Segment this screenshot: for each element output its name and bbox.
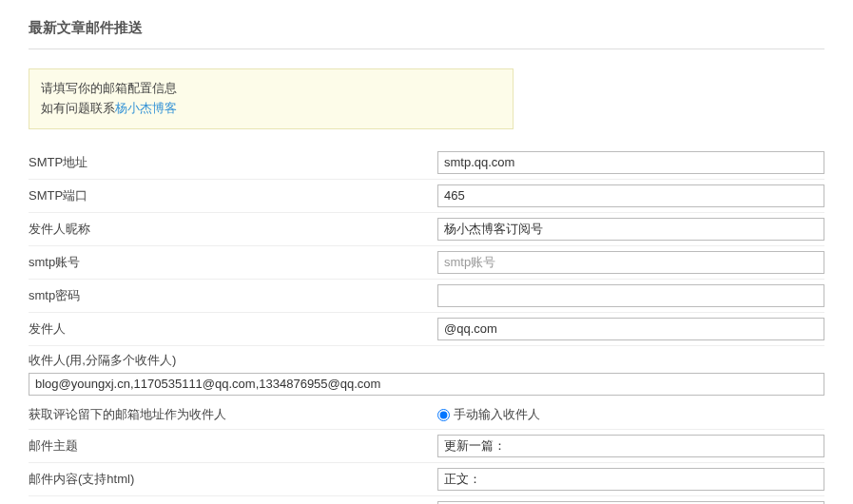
- input-subject[interactable]: [437, 435, 824, 457]
- label-sender: 发件人: [29, 320, 437, 338]
- input-smtp-pass[interactable]: [437, 284, 824, 307]
- label-subject: 邮件主题: [29, 437, 437, 455]
- input-recipients[interactable]: [29, 373, 824, 396]
- input-sender-nick[interactable]: [437, 218, 824, 241]
- notice-line2: 如有问题联系杨小杰博客: [41, 99, 501, 119]
- input-sender[interactable]: [437, 318, 824, 340]
- label-smtp-port: SMTP端口: [29, 187, 437, 204]
- radio-manual-label: 手动输入收件人: [454, 406, 540, 423]
- input-smtp-port[interactable]: [437, 184, 824, 207]
- label-smtp-user: smtp账号: [29, 254, 437, 271]
- input-body[interactable]: [437, 468, 824, 491]
- label-body: 邮件内容(支持html): [29, 471, 437, 488]
- notice-help-link[interactable]: 杨小杰博客: [115, 101, 177, 115]
- label-sender-nick: 发件人昵称: [29, 221, 437, 238]
- notice-line2-prefix: 如有问题联系: [41, 101, 115, 115]
- notice-line1: 请填写你的邮箱配置信息: [41, 79, 501, 99]
- label-recipient-mode: 获取评论留下的邮箱地址作为收件人: [29, 406, 437, 423]
- radio-manual-recipients[interactable]: [437, 409, 450, 421]
- label-smtp-pass: smtp密码: [29, 287, 437, 304]
- label-recipients: 收件人(用,分隔多个收件人): [29, 346, 824, 373]
- input-smtp-user[interactable]: [437, 251, 824, 274]
- notice-box: 请填写你的邮箱配置信息 如有问题联系杨小杰博客: [29, 68, 514, 129]
- label-smtp-host: SMTP地址: [29, 154, 437, 171]
- page-title: 最新文章邮件推送: [29, 19, 824, 49]
- input-smtp-host[interactable]: [437, 151, 824, 174]
- input-footer[interactable]: [437, 501, 824, 504]
